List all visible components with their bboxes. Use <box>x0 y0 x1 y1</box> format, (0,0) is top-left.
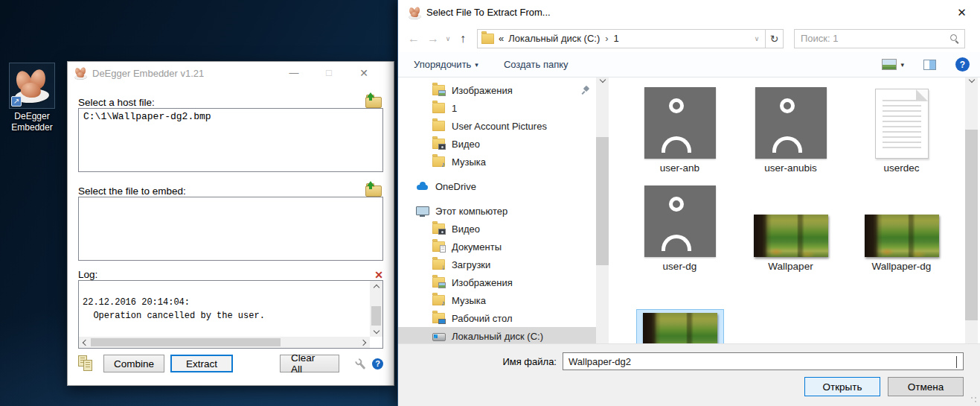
pin-icon <box>581 86 590 95</box>
search-box[interactable]: Поиск: 1 <box>794 29 965 48</box>
log-text: 22.12.2016 20:14:04: Operation cancelled… <box>79 281 370 337</box>
cancel-button[interactable]: Отмена <box>888 377 964 396</box>
embed-file-field[interactable] <box>78 197 383 261</box>
sidebar-item[interactable]: Изображения <box>398 81 596 99</box>
organize-button[interactable]: Упорядочить ▾ <box>414 59 478 70</box>
sidebar-item[interactable]: Этот компьютер <box>398 202 596 220</box>
pictures-folder-icon <box>432 277 445 288</box>
sidebar-item-label: Видео <box>452 223 480 235</box>
dialog-close-button[interactable]: ✕ <box>945 0 979 25</box>
scroll-down-icon[interactable] <box>370 326 382 337</box>
chevron-down-icon: ▾ <box>475 61 478 69</box>
documents-folder-icon <box>432 241 445 252</box>
refresh-icon[interactable]: ↻ <box>765 30 783 48</box>
file-name-label: Wallpaper <box>768 261 813 272</box>
video-folder-icon <box>432 139 445 149</box>
help-icon[interactable]: ? <box>372 358 383 369</box>
address-dropdown-icon[interactable]: ∨ <box>749 35 765 42</box>
sidebar-item[interactable]: Видео <box>398 135 596 153</box>
plain-folder-icon <box>432 103 445 113</box>
sidebar-item[interactable]: Видео <box>398 220 596 238</box>
image-thumbnail <box>865 215 939 257</box>
sidebar-item[interactable]: Изображения <box>398 273 596 291</box>
address-bar[interactable]: « Локальный диск (C:) › 1 ∨ ↻ <box>477 29 784 48</box>
browse-host-button[interactable] <box>365 94 383 108</box>
scroll-right-icon[interactable] <box>359 337 370 348</box>
recent-locations-icon[interactable]: ∨ <box>443 35 453 42</box>
user-picture-icon <box>755 87 827 159</box>
sidebar-item[interactable]: User Account Pictures <box>398 117 596 135</box>
combine-button[interactable]: Combine <box>103 355 164 372</box>
sidebar-item[interactable]: Документы <box>398 238 596 256</box>
open-button[interactable]: Открыть <box>804 377 880 396</box>
sidebar-item-label: Документы <box>452 241 502 253</box>
new-folder-button[interactable]: Создать папку <box>504 59 569 70</box>
sidebar-item[interactable]: ♪Музыка <box>398 153 596 171</box>
clear-all-button[interactable]: Clear All <box>280 355 339 372</box>
search-placeholder: Поиск: 1 <box>801 33 838 44</box>
search-icon[interactable] <box>949 34 960 44</box>
file-list-scrollbar[interactable] <box>965 77 978 343</box>
scroll-down-icon[interactable] <box>596 77 609 83</box>
sidebar-item[interactable]: ↓Загрузки <box>398 256 596 273</box>
file-tile[interactable]: Wallpaper <box>735 176 846 274</box>
close-button[interactable]: ✕ <box>349 62 379 84</box>
dialog-help-icon[interactable]: ? <box>955 57 970 72</box>
file-tile[interactable]: user-dg <box>624 176 735 274</box>
sidebar-item[interactable]: ♪Музыка <box>398 291 596 309</box>
embedder-title: DeEgger Embedder v1.21 <box>92 68 204 79</box>
sidebar-scrollbar[interactable] <box>596 77 609 343</box>
breadcrumb-drive[interactable]: Локальный диск (C:) <box>508 33 600 44</box>
up-icon[interactable]: ↑ <box>453 32 473 45</box>
log-label: Log: <box>78 269 97 280</box>
preview-pane-icon[interactable] <box>923 60 936 70</box>
change-view-icon[interactable] <box>882 59 897 70</box>
host-file-field[interactable]: C:\1\Wallpaper-dg2.bmp <box>78 108 383 172</box>
sidebar-item-label: Этот компьютер <box>435 206 507 217</box>
log-horizontal-scrollbar[interactable] <box>79 337 370 348</box>
breadcrumb-folder[interactable]: 1 <box>614 33 619 44</box>
desktop-icon-deegger[interactable]: ↗ DeEgger Embedder <box>3 63 61 133</box>
file-tile[interactable]: userdec <box>846 77 957 176</box>
file-tile[interactable]: user-anb <box>624 77 735 176</box>
dialog-titlebar[interactable]: Select File To Extract From... ✕ <box>398 0 980 25</box>
command-toolbar: Упорядочить ▾ Создать папку ▾ ? <box>398 52 980 77</box>
clear-log-icon[interactable]: ✕ <box>374 270 383 280</box>
sidebar-item[interactable]: Рабочий стол <box>398 309 596 327</box>
breadcrumb-collapse[interactable]: « <box>499 33 504 44</box>
sidebar-item[interactable]: OneDrive <box>398 177 596 195</box>
scroll-left-icon[interactable] <box>79 337 90 348</box>
browse-embed-button[interactable] <box>365 183 383 197</box>
host-file-label: Select a host file: <box>78 97 155 108</box>
log-box: 22.12.2016 20:14:04: Operation cancelled… <box>78 280 383 349</box>
sidebar-item[interactable]: 1 <box>398 99 596 117</box>
minimize-button[interactable]: — <box>279 62 309 84</box>
resize-grip[interactable] <box>970 396 978 404</box>
forward-icon[interactable]: → <box>423 32 443 45</box>
scroll-thumb[interactable] <box>965 130 978 320</box>
embed-file-label: Select the file to embed: <box>78 185 186 197</box>
file-tile[interactable]: Wallpaper-dg <box>846 176 957 274</box>
scroll-thumb[interactable] <box>91 338 281 346</box>
file-dialog-window: Select File To Extract From... ✕ ← → ∨ ↑… <box>397 0 980 406</box>
wrench-icon[interactable] <box>353 355 371 372</box>
scroll-thumb[interactable] <box>596 137 609 265</box>
log-vertical-scrollbar[interactable] <box>370 281 382 337</box>
scroll-down-icon[interactable] <box>965 77 978 83</box>
scroll-up-icon[interactable] <box>370 281 382 292</box>
sidebar-item-label: Изображения <box>452 277 513 288</box>
sidebar-item[interactable]: Локальный диск (C:) <box>398 327 596 343</box>
maximize-button[interactable]: □ <box>314 62 344 84</box>
embedder-titlebar[interactable]: DeEgger Embedder v1.21 — □ ✕ <box>68 62 394 84</box>
filename-combobox[interactable]: Wallpaper-dg2 <box>563 352 964 370</box>
view-dropdown-icon[interactable]: ▾ <box>900 61 904 69</box>
scroll-thumb[interactable] <box>371 306 381 326</box>
extract-button[interactable]: Extract <box>170 355 233 372</box>
file-tile[interactable]: user-anubis <box>735 77 846 176</box>
combo-dropdown-icon[interactable] <box>956 356 957 367</box>
sidebar-item-label: 1 <box>452 103 457 114</box>
sidebar-item-label: Рабочий стол <box>452 313 513 324</box>
filename-label: Имя файла: <box>398 356 563 367</box>
desktop-folder-icon <box>432 313 445 323</box>
back-icon[interactable]: ← <box>404 32 423 45</box>
